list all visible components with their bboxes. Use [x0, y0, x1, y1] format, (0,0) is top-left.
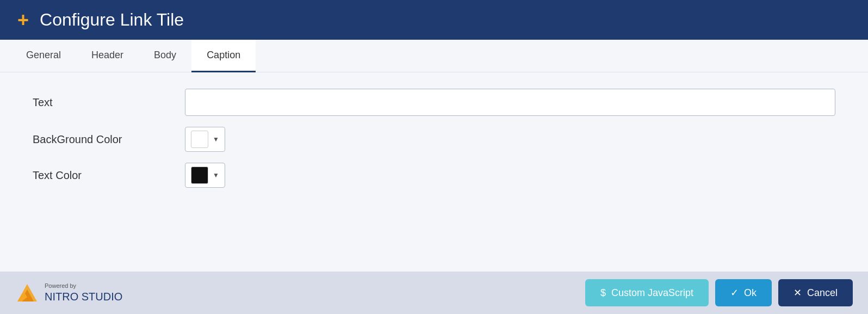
custom-javascript-label: Custom JavaScript — [611, 287, 693, 299]
nitro-studio-text: NITRO STUDIO — [45, 290, 122, 303]
bg-color-dropdown-arrow: ▼ — [213, 136, 219, 143]
bg-color-label: BackGround Color — [33, 133, 174, 146]
close-icon: ✕ — [793, 287, 802, 299]
configure-link-tile-dialog: + Configure Link Tile General Header Bod… — [0, 0, 868, 314]
tab-header[interactable]: Header — [76, 40, 139, 72]
dialog-content: Text BackGround Color ▼ Text Color ▼ — [0, 72, 868, 272]
tab-general[interactable]: General — [11, 40, 76, 72]
plus-icon: + — [17, 10, 29, 30]
bg-color-row: BackGround Color ▼ — [33, 127, 835, 152]
custom-javascript-button[interactable]: $ Custom JavaScript — [585, 279, 709, 306]
footer-buttons: $ Custom JavaScript ✓ Ok ✕ Cancel — [585, 279, 853, 306]
dialog-footer: Powered by NITRO STUDIO $ Custom JavaScr… — [0, 272, 868, 314]
text-label: Text — [33, 96, 174, 109]
tab-body[interactable]: Body — [139, 40, 191, 72]
cancel-button[interactable]: ✕ Cancel — [778, 279, 853, 306]
checkmark-icon: ✓ — [730, 287, 739, 299]
bg-color-swatch — [191, 131, 208, 148]
dialog-header: + Configure Link Tile — [0, 0, 868, 40]
cancel-label: Cancel — [807, 287, 838, 299]
text-color-dropdown-arrow: ▼ — [213, 171, 219, 179]
nitro-studio-logo-icon — [15, 281, 39, 305]
text-color-row: Text Color ▼ — [33, 163, 835, 188]
studio-text: STUDIO — [78, 291, 122, 303]
bg-color-picker[interactable]: ▼ — [185, 127, 225, 152]
powered-by-text: Powered by — [45, 282, 122, 290]
logo-text: Powered by NITRO STUDIO — [45, 282, 122, 303]
tabs-bar: General Header Body Caption — [0, 40, 868, 72]
logo-area: Powered by NITRO STUDIO — [15, 281, 122, 305]
ok-label: Ok — [744, 287, 757, 299]
text-color-label: Text Color — [33, 169, 174, 182]
text-color-swatch — [191, 167, 208, 184]
dollar-icon: $ — [600, 287, 606, 299]
text-color-picker[interactable]: ▼ — [185, 163, 225, 188]
text-input[interactable] — [185, 89, 835, 116]
tab-caption[interactable]: Caption — [191, 40, 256, 72]
text-row: Text — [33, 89, 835, 116]
nitro-text: NITRO — [45, 291, 78, 303]
dialog-title: Configure Link Tile — [40, 10, 184, 30]
ok-button[interactable]: ✓ Ok — [715, 279, 772, 306]
